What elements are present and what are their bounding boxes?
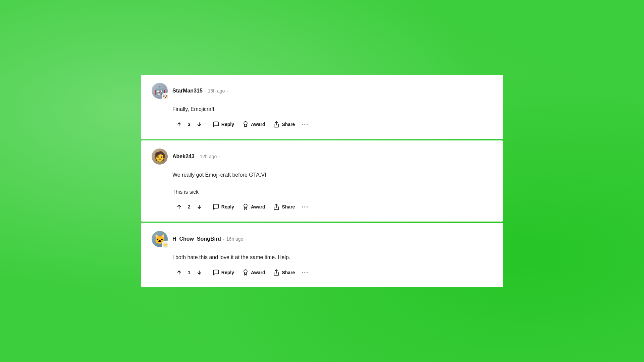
reply-icon — [213, 121, 219, 128]
comment-card: 🐶 StarMan315 · 15h ago · Finally, Emojic… — [141, 75, 503, 139]
comments-container: 🐶 StarMan315 · 15h ago · Finally, Emojic… — [141, 75, 503, 287]
vote-count: 1 — [188, 270, 191, 275]
award-label: Award — [251, 122, 265, 127]
avatar-badge: ⭐ — [162, 241, 169, 248]
username: Abek243 — [172, 154, 195, 160]
award-icon — [242, 203, 249, 210]
comment-card: ⭐ H_Chow_SongBird · 16h ago · I both hat… — [141, 223, 503, 287]
vote-group: 3 — [172, 119, 206, 130]
vote-count: 3 — [188, 122, 191, 127]
upvote-button[interactable] — [172, 201, 186, 212]
award-label: Award — [251, 204, 265, 209]
comment-actions: 3 Reply — [172, 119, 492, 130]
downvote-icon — [196, 269, 203, 276]
share-icon — [273, 203, 280, 210]
dot: · — [223, 236, 224, 242]
username: StarMan315 — [172, 88, 203, 94]
award-icon — [242, 121, 249, 128]
reply-icon — [213, 203, 219, 210]
award-button[interactable]: Award — [239, 267, 269, 278]
comment-body: I both hate this and love it at the same… — [152, 253, 492, 278]
dot: · — [227, 88, 228, 94]
comment-actions: 2 Reply — [172, 201, 492, 212]
comment-text: I both hate this and love it at the same… — [172, 253, 492, 262]
reply-label: Reply — [221, 204, 234, 209]
more-button[interactable]: ··· — [300, 201, 310, 212]
award-button[interactable]: Award — [239, 201, 269, 212]
reply-label: Reply — [221, 270, 234, 275]
downvote-button[interactable] — [193, 267, 206, 278]
share-button[interactable]: Share — [270, 201, 298, 212]
timestamp: 16h ago — [226, 236, 244, 242]
reply-label: Reply — [221, 122, 234, 127]
avatar-badge: 🐶 — [162, 93, 169, 100]
comment-meta: StarMan315 · 15h ago · — [172, 88, 228, 94]
dot: · — [205, 88, 206, 94]
award-button[interactable]: Award — [239, 119, 269, 130]
timestamp: 12h ago — [200, 154, 217, 159]
comment-header: 🐶 StarMan315 · 15h ago · — [152, 83, 492, 99]
comment-text: Finally, Emojicraft — [172, 105, 492, 114]
reply-button[interactable]: Reply — [209, 201, 237, 212]
downvote-icon — [196, 121, 203, 128]
vote-group: 2 — [172, 201, 206, 212]
award-icon — [242, 269, 249, 276]
vote-count: 2 — [188, 204, 191, 209]
reply-button[interactable]: Reply — [209, 267, 237, 278]
comment-meta: Abek243 · 12h ago · — [172, 154, 220, 160]
avatar — [152, 148, 168, 165]
upvote-button[interactable] — [172, 119, 186, 130]
dot: · — [219, 154, 220, 159]
comment-card: Abek243 · 12h ago · We really got Emoji-… — [141, 140, 503, 222]
avatar-wrapper — [152, 148, 168, 165]
share-label: Share — [282, 270, 295, 275]
share-button[interactable]: Share — [270, 267, 298, 278]
comment-body: Finally, Emojicraft 3 — [152, 105, 492, 130]
share-icon — [273, 121, 280, 128]
award-label: Award — [251, 270, 265, 275]
share-icon — [273, 269, 280, 276]
comment-actions: 1 Reply — [172, 267, 492, 278]
dot: · — [197, 154, 198, 159]
comment-header: ⭐ H_Chow_SongBird · 16h ago · — [152, 231, 492, 247]
vote-group: 1 — [172, 267, 206, 278]
avatar-wrapper: ⭐ — [152, 231, 168, 247]
reply-icon — [213, 269, 219, 276]
share-label: Share — [282, 204, 295, 209]
comment-body: We really got Emoji-craft before GTA:VIT… — [152, 171, 492, 213]
share-button[interactable]: Share — [270, 119, 298, 130]
dot: · — [245, 236, 247, 242]
more-button[interactable]: ··· — [300, 119, 310, 130]
share-label: Share — [282, 122, 295, 127]
upvote-icon — [176, 121, 182, 128]
downvote-button[interactable] — [193, 119, 206, 130]
username: H_Chow_SongBird — [172, 236, 221, 242]
reply-button[interactable]: Reply — [209, 119, 237, 130]
comment-text: We really got Emoji-craft before GTA:VIT… — [172, 171, 492, 196]
timestamp: 15h ago — [208, 88, 225, 94]
comment-header: Abek243 · 12h ago · — [152, 148, 492, 165]
upvote-icon — [176, 269, 182, 276]
upvote-button[interactable] — [172, 267, 186, 278]
downvote-button[interactable] — [193, 201, 206, 212]
avatar-wrapper: 🐶 — [152, 83, 168, 99]
comment-meta: H_Chow_SongBird · 16h ago · — [172, 236, 247, 242]
more-button[interactable]: ··· — [300, 267, 310, 278]
downvote-icon — [196, 203, 203, 210]
upvote-icon — [176, 203, 182, 210]
